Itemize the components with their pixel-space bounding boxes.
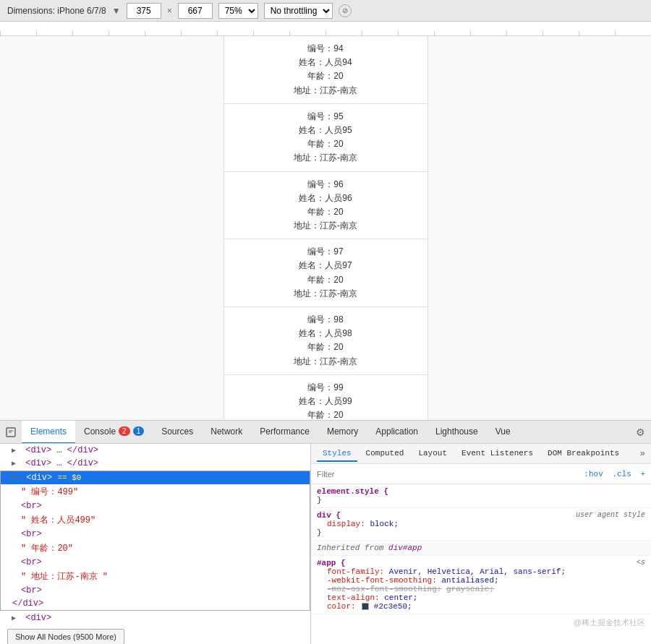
expand-arrow: ▶ (12, 459, 20, 468)
ruler-mark (470, 31, 506, 35)
dom-close-div[interactable]: </div> (1, 597, 310, 610)
css-rule-selector: element.style { (317, 487, 645, 496)
css-moz-smoothing-row: -moz-osx-font-smoothing: grayscale; (317, 585, 645, 593)
dom-tag: <div> (25, 445, 51, 455)
filter-bar: :hov .cls + (311, 464, 651, 484)
person-card: 编号：98姓名：人员98年龄：20地址：江苏-南京 (224, 307, 427, 375)
dom-text-content: " 年龄：20" (21, 544, 73, 554)
tab-vue[interactable]: Vue (487, 421, 519, 444)
inherited-from-selector[interactable]: div#app (388, 544, 422, 552)
devtools-tabs: Elements Console 2 1 Sources Network Per… (0, 421, 651, 444)
throttle-select[interactable]: No throttling (264, 3, 333, 19)
dom-node-2[interactable]: ▶ <div> … </div> (0, 457, 310, 470)
elements-panel: ▶ <div> … </div> ▶ <div> … </div> ▼ <div… (0, 444, 311, 644)
filter-input[interactable] (317, 470, 584, 478)
styles-panel: Styles Computed Layout Event Listeners D… (311, 444, 651, 644)
tab-application[interactable]: Application (367, 421, 427, 444)
css-value: center; (384, 593, 417, 602)
dom-br-2[interactable]: <br> (9, 528, 310, 541)
cls-button[interactable]: .cls (612, 470, 631, 478)
expand-arrow: ▶ (12, 446, 20, 455)
ruler-mark (362, 31, 398, 35)
dimensions-label: Dimensions: iPhone 6/7/8 (7, 6, 106, 16)
dom-close-tag: </div> (67, 458, 98, 468)
person-card: 编号：96姓名：人员96年龄：20地址：江苏-南京 (224, 172, 427, 240)
tab-sources[interactable]: Sources (153, 421, 202, 444)
tab-console[interactable]: Console 2 1 (75, 421, 153, 444)
expand-arrow: ▶ (12, 614, 20, 622)
devtools-inspector-icon[interactable] (0, 421, 22, 444)
height-input[interactable] (178, 3, 213, 19)
styles-more-icon[interactable]: » (640, 449, 645, 459)
dom-text-1[interactable]: " 编号：499" (9, 484, 310, 499)
css-rule-div: div { user agent style display: block; } (311, 508, 651, 541)
devtools-body: ▶ <div> … </div> ▶ <div> … </div> ▼ <div… (0, 444, 651, 644)
inherited-from-label: Inherited from div#app (311, 541, 651, 556)
css-rule-close: } (317, 528, 645, 537)
ruler-marks (0, 22, 651, 35)
ruler-mark (398, 31, 434, 35)
styles-tabs: Styles Computed Layout Event Listeners D… (311, 444, 651, 464)
chevron-down-icon[interactable]: ▼ (112, 6, 121, 16)
dom-text-4[interactable]: " 地址：江苏-南京 " (9, 569, 310, 584)
dimension-x-separator: × (167, 6, 172, 16)
dom-text-3[interactable]: " 年龄：20" (9, 541, 310, 556)
error-badge: 2 (119, 426, 130, 436)
add-style-button[interactable]: + (640, 470, 645, 478)
styles-sub-tab-layout[interactable]: Layout (412, 446, 453, 462)
dom-node-1[interactable]: ▶ <div> … </div> (0, 444, 310, 457)
ruler-mark (506, 31, 542, 35)
dom-node-selected[interactable]: ▼ <div> == $0 (1, 471, 310, 484)
dom-ellipsis: … (56, 445, 61, 455)
dom-tag: <br> (21, 529, 42, 539)
css-rule-app: #app { <s font-family: Avenir, Helvetica… (311, 556, 651, 614)
dom-br-1[interactable]: <br> (9, 499, 310, 512)
dom-br-4[interactable]: <br> (9, 584, 310, 597)
dom-text-2[interactable]: " 姓名：人员499" (9, 512, 310, 528)
browser-viewport: 编号：94姓名：人员94年龄：20地址：江苏-南京编号：95姓名：人员95年龄：… (0, 36, 651, 420)
dom-tag: <div> (25, 613, 51, 623)
dom-dollar-zero: == $0 (57, 473, 81, 482)
styles-sub-tab-styles[interactable]: Styles (317, 446, 357, 462)
no-throttle-icon: ⊘ (339, 4, 352, 17)
css-font-family-row: font-family: Avenir, Helvetica, Arial, s… (317, 567, 645, 576)
css-app-selector: #app { (317, 559, 346, 567)
tab-memory[interactable]: Memory (318, 421, 367, 444)
dom-node-next[interactable]: ▶ <div> (0, 611, 310, 624)
width-input[interactable] (127, 3, 161, 19)
css-selector-text: element.style { (317, 487, 388, 496)
ruler-mark (36, 31, 72, 35)
dom-tag: <br> (21, 557, 42, 567)
tab-network[interactable]: Network (202, 421, 251, 444)
tab-performance[interactable]: Performance (251, 421, 318, 444)
styles-sub-tab-dom-breakpoints[interactable]: DOM Breakpoints (542, 446, 625, 462)
css-prop: display: (327, 520, 365, 528)
styles-sub-tab-computed[interactable]: Computed (360, 446, 410, 462)
css-app-selector-row: #app { <s (317, 559, 645, 567)
dom-close-tag: </div> (67, 445, 98, 455)
css-prop-strikethrough: -moz-osx-font-smoothing: (327, 585, 441, 593)
warning-badge: 1 (133, 426, 145, 436)
ruler-mark (109, 31, 145, 35)
tab-elements[interactable]: Elements (22, 421, 75, 444)
css-div-selector: div { (317, 511, 341, 520)
dom-br-3[interactable]: <br> (9, 556, 310, 569)
css-value: block; (370, 520, 399, 528)
tab-lighthouse[interactable]: Lighthouse (427, 421, 487, 444)
ruler-bar (0, 22, 651, 36)
hov-button[interactable]: :hov (584, 470, 603, 478)
css-value: #2c3e50; (374, 602, 412, 611)
mobile-frame: 编号：94姓名：人员94年龄：20地址：江苏-南京编号：95姓名：人员95年龄：… (224, 36, 428, 420)
zoom-select[interactable]: 75% (218, 3, 258, 19)
css-rule-close: } (317, 496, 645, 505)
ruler-mark (542, 31, 579, 35)
person-card: 编号：99姓名：人员99年龄：20地址：江苏-南京 (224, 375, 427, 420)
ruler-mark (326, 31, 362, 35)
dom-text-content: " 编号：499" (21, 487, 78, 497)
ruler-mark (615, 31, 651, 35)
person-card: 编号：97姓名：人员97年龄：20地址：江苏-南京 (224, 239, 427, 307)
styles-sub-tab-event-listeners[interactable]: Event Listeners (456, 446, 539, 462)
show-all-nodes-button[interactable]: Show All Nodes (9500 More) (7, 629, 124, 644)
ruler-mark (253, 31, 289, 35)
devtools-settings-icon[interactable]: ⚙ (630, 426, 651, 438)
